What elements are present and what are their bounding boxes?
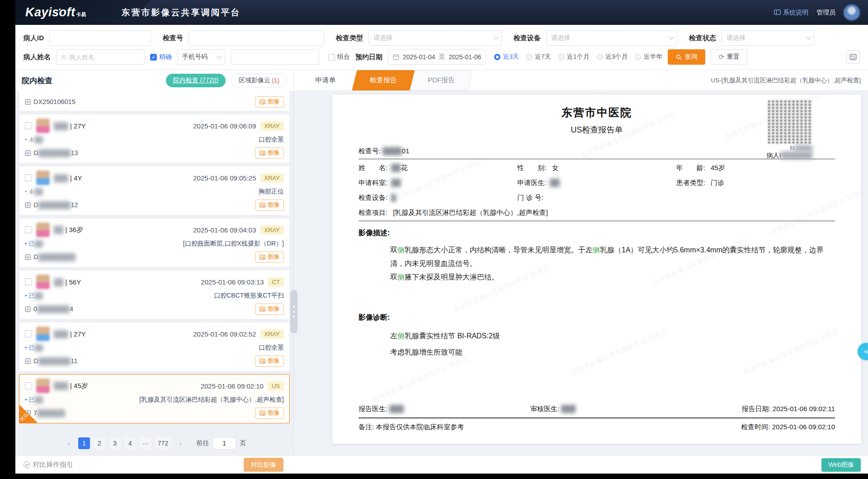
item-checkbox[interactable] (25, 278, 32, 285)
page-button-2[interactable]: 2 (94, 437, 105, 449)
patient-avatar (36, 223, 50, 237)
open-image-button[interactable]: 图像 (255, 199, 284, 211)
film-icon (25, 358, 31, 364)
reset-button[interactable]: ⟳ 重置 (711, 49, 747, 65)
combo-checkbox[interactable]: 组合 (328, 53, 350, 61)
bottom-toolbar: ⇄ 对比操作指引 对比影像 Web图像 (15, 455, 868, 474)
patient-avatar (36, 171, 50, 185)
open-image-button[interactable]: 图像 (255, 147, 284, 159)
qr-code (768, 99, 812, 143)
image-icon (259, 410, 265, 416)
open-image-button[interactable]: 图像 (255, 304, 284, 315)
patient-name-age: ███ | 27Y (54, 122, 86, 130)
open-image-button[interactable]: 图像 (255, 96, 284, 108)
compare-images-button[interactable]: 对比影像 (244, 458, 283, 472)
user-avatar[interactable] (844, 5, 860, 21)
report-tab-PDF报告[interactable]: PDF报告 (412, 70, 470, 90)
quick-range-近3天[interactable]: 近3天 (494, 53, 519, 61)
page-button-1[interactable]: 1 (78, 437, 90, 449)
exam-list-item[interactable]: ███ | 27Y2025-01-06 09:06:09XRAY• 未██口腔全… (19, 114, 290, 163)
tab-region-cloud[interactable]: 区域影像云(1) (231, 74, 287, 87)
open-image-button[interactable]: 图像 (255, 356, 284, 367)
open-image-button[interactable]: 图像 (255, 251, 284, 263)
date-separator: 至 (439, 53, 445, 61)
patient-name-age: ██ | 36岁 (54, 226, 83, 234)
exam-list-item[interactable]: ███ | 45岁2025-01-06 09:02:10US• 已██[乳腺及其… (19, 374, 290, 423)
image-icon (259, 358, 265, 364)
reset-icon: ⟳ (718, 53, 724, 61)
exam-list-item[interactable]: ██ | 56Y2025-01-06 09:03:13CT• 已██口腔CBCT… (19, 270, 290, 319)
prev-page-button[interactable]: ‹ (63, 437, 75, 449)
exam-type-label: 检查类型 (336, 34, 363, 43)
page-button-···[interactable]: ··· (140, 437, 151, 449)
exam-status-select[interactable]: 请选择 (722, 30, 814, 46)
region-count-badge: (1) (272, 77, 279, 84)
page-button-3[interactable]: 3 (109, 437, 121, 449)
view-toggle-button[interactable] (846, 50, 860, 64)
item-checkbox[interactable] (25, 330, 32, 337)
image-icon (259, 306, 265, 312)
report-tab-检查报告[interactable]: 检查报告 (354, 70, 412, 90)
quick-range-近7天[interactable]: 近7天 (526, 53, 551, 61)
patient-name-input[interactable] (69, 50, 140, 64)
report-text-line: 考虑乳腺增生所致可能 (390, 344, 833, 360)
system-help-link[interactable]: 系统说明 (774, 9, 808, 17)
desc-section-title: 影像描述: (359, 228, 835, 238)
compare-guide-link[interactable]: ⇄ 对比操作指引 (24, 460, 73, 469)
chevron-down-icon (217, 53, 222, 58)
patient-name-age: ███ | 27Y (54, 330, 86, 338)
tab-hospital-exams[interactable]: 院内检查 (7720) (166, 74, 226, 87)
report-exam-no: 检查号: ████01 (359, 147, 835, 156)
logo-cn-suffix: 卡易 (76, 11, 86, 18)
phone-number-select[interactable]: 手机号码 (177, 49, 225, 65)
search-filter-panel: 病人ID 检查号 检查类型 请选择 检查设备 请选择 检查状态 请选择 病人姓名… (15, 25, 868, 70)
exam-list-item[interactable]: ███ | 4Y2025-01-06 09:05:25XRAY• 未██胸部正位… (19, 166, 290, 215)
exam-list-item[interactable]: ██ | 36岁2025-01-06 09:04:03XRAY• 已██[口腔曲… (19, 218, 290, 267)
modality-badge: US (268, 381, 284, 391)
modality-badge: XRAY (260, 173, 284, 183)
exam-number: 7██████ (25, 409, 65, 417)
report-doctor: 报告医生: ███ (359, 402, 530, 416)
goto-page-input[interactable] (212, 437, 236, 450)
next-page-button[interactable]: › (175, 437, 186, 449)
search-button[interactable]: 查询 (668, 49, 705, 65)
modality-badge: XRAY (260, 225, 284, 235)
web-image-button[interactable]: Web图像 (821, 458, 861, 472)
exam-list-item[interactable]: ███ | 27Y2025-01-06 09:02:52XRAY• 已██口腔全… (19, 322, 290, 371)
current-user: 管理员 (816, 9, 835, 17)
item-checkbox[interactable] (25, 226, 32, 233)
patient-avatar (36, 275, 50, 289)
exam-type-select[interactable]: 请选择 (368, 30, 502, 46)
exam-list-item-partial[interactable]: DX250106015图像 (19, 91, 290, 111)
exam-device-label: 检查设备 (514, 34, 541, 43)
read-status: • 未██ (25, 188, 43, 196)
item-checkbox[interactable] (25, 122, 32, 129)
date-range-picker[interactable]: 2025-01-04 至 2025-01-06 (388, 49, 486, 65)
page-button-772[interactable]: 772 (155, 437, 171, 449)
report-tab-申请单[interactable]: 申请单 (297, 70, 354, 90)
exact-match-checkbox[interactable]: ✓精确 (150, 53, 172, 61)
panel-title: 院内检查 (22, 76, 52, 86)
date-to: 2025-01-06 (449, 53, 481, 61)
patient-field: 申请医生:██ (517, 175, 676, 190)
panel-resize-handle[interactable] (290, 290, 297, 333)
quick-range-近3个月[interactable]: 近3个月 (597, 53, 628, 61)
page-button-4[interactable]: 4 (124, 437, 136, 449)
exam-time: 检查时间: 2025-01-06 09:02:10 (741, 420, 835, 434)
item-checkbox[interactable] (25, 174, 32, 181)
patient-name-age: ███ | 45岁 (54, 382, 88, 390)
quick-range-近半年[interactable]: 近半年 (635, 53, 662, 61)
modality-badge: XRAY (260, 121, 284, 131)
quick-range-近1个月[interactable]: 近1个月 (558, 53, 590, 61)
exam-device-select[interactable]: 请选择 (546, 30, 677, 46)
open-image-button[interactable]: 图像 (255, 408, 284, 419)
date-from: 2025-01-04 (403, 53, 435, 61)
radio-icon (494, 54, 500, 60)
phone-input[interactable] (236, 50, 314, 64)
exam-description: 口腔CBCT锥形束CT平扫 (214, 292, 284, 300)
exam-no-label: 检查号 (163, 34, 183, 43)
exam-no-input[interactable] (193, 31, 319, 45)
patient-id-input[interactable] (54, 31, 146, 45)
calendar-icon (393, 54, 399, 60)
item-checkbox[interactable] (25, 382, 32, 389)
